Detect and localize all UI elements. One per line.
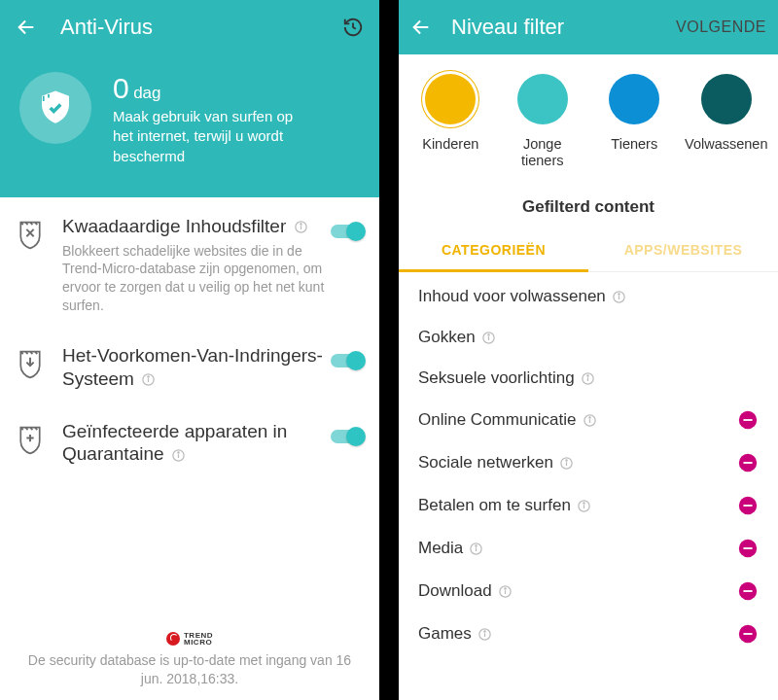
svg-point-20 [588,417,589,418]
page-title: Anti-Virus [60,15,153,40]
setting-title: Het-Voorkomen-Van-Indringers-Systeem [62,344,331,391]
setting-title: Geïnfecteerde apparaten in Quarantaine [62,420,331,467]
brand-name: TRENDMICRO [184,632,213,646]
remove-icon[interactable] [737,409,759,431]
back-icon[interactable] [16,17,37,38]
category-row[interactable]: Sociale netwerken [399,441,778,484]
page-title: Niveau filter [451,15,564,40]
db-status-text: De security database is up-to-date met i… [23,651,356,688]
info-icon[interactable] [141,372,156,387]
level-selector: KinderenJonge tienersTienersVolwassenen [399,54,778,176]
toggle-switch[interactable] [331,430,364,443]
tab-categories[interactable]: CATEGORIEËN [399,230,588,272]
remove-icon[interactable] [737,623,759,645]
info-icon[interactable] [469,542,483,556]
info-icon[interactable] [559,456,574,471]
days-unit: dag [133,84,160,102]
setting-title: Kwaadaardige Inhoudsfilter [62,215,331,238]
shield-check-icon [19,72,91,144]
category-row[interactable]: Games [399,612,778,655]
setting-row: Het-Voorkomen-Van-Indringers-Systeem [0,327,379,402]
svg-point-11 [619,294,619,295]
category-list: Inhoud voor volwassenenGokkenSeksuele vo… [399,272,778,659]
svg-rect-32 [743,505,752,507]
brand-logo: TRENDMICRO [166,632,213,646]
tabs: CATEGORIEËN APPS/WEBSITES [399,230,778,272]
antivirus-header: Anti-Virus 0 dag Maak gebruik van surfen… [0,0,379,197]
level-dot-icon [425,74,476,124]
svg-point-5 [148,376,149,377]
category-row[interactable]: Online Communicatie [399,399,778,441]
info-icon[interactable] [612,290,626,304]
antivirus-screen: Anti-Virus 0 dag Maak gebruik van surfen… [0,0,379,700]
category-label: Inhoud voor volwassenen [418,287,606,306]
hero-text: 0 dag Maak gebruik van surfen op het int… [113,72,317,166]
trend-micro-icon [166,632,180,646]
shield-plus-icon [16,424,47,457]
info-icon[interactable] [481,331,496,345]
level-label: Jonge tieners [501,136,584,168]
category-label: Betalen om te surfen [418,496,571,515]
svg-point-35 [476,545,477,546]
category-label: Games [418,624,472,644]
svg-point-45 [484,631,485,632]
category-row[interactable]: Inhoud voor volwassenen [399,276,778,317]
remove-icon[interactable] [737,495,759,516]
svg-point-14 [487,334,488,335]
info-icon[interactable] [581,371,595,386]
setting-desc: Blokkeert schadelijke websites die in de… [62,242,331,316]
category-row[interactable]: Gokken [399,317,778,358]
svg-rect-37 [743,547,752,549]
remove-icon[interactable] [737,580,759,602]
svg-point-30 [584,503,584,504]
back-icon[interactable] [410,17,432,38]
setting-row: Kwaadaardige Inhoudsfilter Blokkeert sch… [0,197,379,327]
setting-row: Geïnfecteerde apparaten in Quarantaine [0,402,379,478]
shield-x-icon [16,219,47,252]
info-icon[interactable] [171,448,186,463]
history-icon[interactable] [342,17,364,38]
tab-apps-websites[interactable]: APPS/WEBSITES [588,230,778,272]
category-label: Online Communicatie [418,410,577,430]
category-label: Sociale netwerken [418,453,553,472]
svg-point-25 [566,460,567,461]
svg-point-17 [587,375,588,376]
info-icon[interactable] [498,584,513,599]
level-dot-icon [609,74,659,124]
level-label: Kinderen [408,136,492,153]
level-option[interactable]: Tieners [592,74,676,168]
info-icon[interactable] [477,627,492,642]
category-label: Media [418,539,463,558]
info-icon[interactable] [577,499,591,513]
remove-icon[interactable] [737,452,759,473]
category-row[interactable]: Download [399,570,778,612]
svg-rect-42 [743,590,752,592]
level-dot-icon [517,74,568,124]
category-label: Download [418,581,492,601]
level-dot-icon [701,74,752,124]
svg-rect-22 [743,419,752,421]
svg-point-2 [300,224,301,225]
next-button[interactable]: VOLGENDE [676,18,766,36]
days-count: 0 [113,72,129,104]
level-option[interactable]: Volwassenen [685,74,768,168]
svg-rect-47 [743,633,752,635]
level-option[interactable]: Jonge tieners [501,74,584,168]
remove-icon[interactable] [737,538,759,559]
info-icon[interactable] [294,220,308,234]
svg-rect-27 [743,462,752,464]
toggle-switch[interactable] [331,354,364,368]
info-icon[interactable] [583,413,597,428]
level-label: Volwassenen [685,136,768,153]
category-row[interactable]: Seksuele voorlichting [399,358,778,399]
filter-level-screen: Niveau filter VOLGENDE KinderenJonge tie… [399,0,778,700]
level-label: Tieners [592,136,676,153]
toggle-switch[interactable] [331,225,364,238]
category-row[interactable]: Media [399,527,778,570]
footer: TRENDMICRO De security database is up-to… [0,632,379,688]
svg-point-8 [178,452,179,453]
shield-dl-icon [16,348,47,381]
category-label: Gokken [418,328,476,347]
level-option[interactable]: Kinderen [408,74,492,168]
category-row[interactable]: Betalen om te surfen [399,484,778,527]
